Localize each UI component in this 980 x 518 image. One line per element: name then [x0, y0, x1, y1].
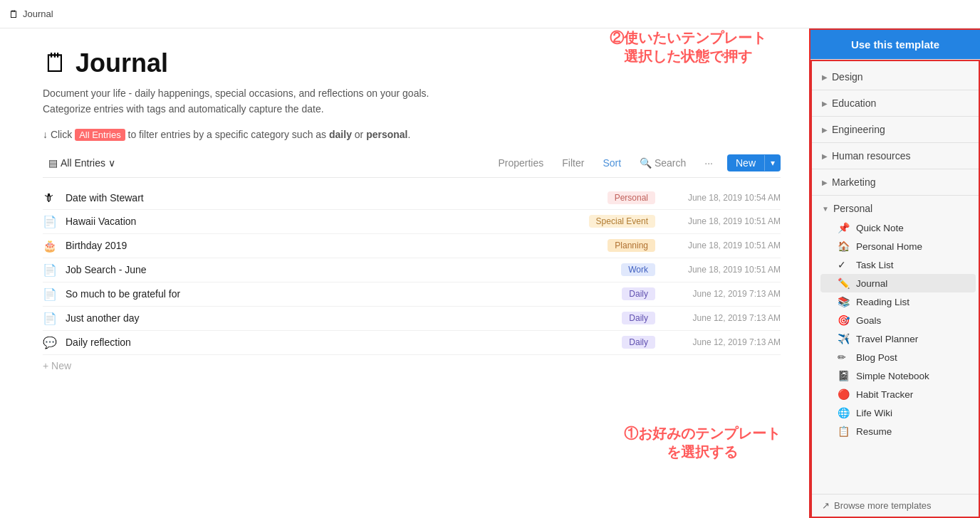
sidebar-category-education[interactable]: ▶Education: [812, 93, 979, 113]
more-button[interactable]: ···: [700, 156, 717, 170]
table-row[interactable]: 📄 Just another day Daily June 12, 2019 7…: [43, 307, 781, 331]
sidebar-personal-section: ▼ Personal 📌Quick Note🏠Personal Home✓Tas…: [812, 199, 979, 440]
new-button-group: New ▾: [727, 154, 781, 171]
item-icon: 📋: [838, 426, 850, 437]
sidebar-item-journal[interactable]: ✏️Journal: [820, 274, 976, 292]
item-icon: 🏠: [838, 240, 850, 252]
entry-icon: 📄: [43, 287, 60, 301]
entry-icon: 💬: [43, 336, 60, 349]
sidebar-divider: [812, 116, 979, 117]
chevron-down-icon: ∨: [108, 157, 115, 169]
arrow-right-icon: ▶: [822, 152, 828, 160]
sidebar-item-blog-post[interactable]: ✏Blog Post: [820, 348, 976, 366]
entry-tag[interactable]: Daily: [622, 336, 655, 349]
sidebar-divider: [812, 169, 979, 169]
sidebar-border-box: ▶Design▶Education▶Engineering▶Human reso…: [810, 60, 980, 518]
item-icon: ✓: [838, 259, 850, 270]
top-bar: 🗒 Journal: [0, 0, 980, 28]
arrow-right-icon: ▶: [822, 100, 828, 107]
table-row[interactable]: 📄 Job Search - June Work June 18, 2019 1…: [43, 258, 781, 282]
item-label: Reading List: [856, 297, 909, 307]
item-label: Life Wiki: [856, 408, 892, 418]
personal-label: Personal: [833, 203, 872, 214]
item-icon: ✏: [838, 352, 850, 363]
item-icon: ✏️: [838, 278, 850, 289]
entry-tag[interactable]: Planning: [608, 239, 655, 252]
item-label: Personal Home: [856, 241, 922, 252]
sidebar-scroll: ▶Design▶Education▶Engineering▶Human reso…: [812, 61, 979, 494]
entry-icon: 🎂: [43, 239, 60, 253]
main-layout: ②使いたいテンプレート 選択した状態で押す 🗒 Journal Document…: [0, 28, 980, 518]
right-sidebar: Use this template ▶Design▶Education▶Engi…: [809, 28, 980, 518]
use-template-button[interactable]: Use this template: [810, 28, 980, 60]
sidebar-item-task-list[interactable]: ✓Task List: [820, 255, 976, 274]
sort-button[interactable]: Sort: [598, 156, 625, 170]
item-icon: 🌐: [838, 407, 850, 418]
item-label: Quick Note: [856, 223, 904, 233]
page-instruction: ↓ Click All Entries to filter entries by…: [43, 129, 781, 140]
table-row[interactable]: 📄 So much to be grateful for Daily June …: [43, 282, 781, 307]
sidebar-item-resume[interactable]: 📋Resume: [820, 422, 976, 440]
item-label: Travel Planner: [856, 334, 918, 344]
external-link-icon: ↗: [822, 500, 830, 511]
sidebar-item-goals[interactable]: 🎯Goals: [820, 311, 976, 329]
new-entry-row[interactable]: + New: [43, 355, 781, 376]
sidebar-item-travel-planner[interactable]: ✈️Travel Planner: [820, 329, 976, 348]
entry-title: Date with Stewart: [66, 192, 608, 204]
journal-icon: 🗒: [9, 9, 19, 20]
search-button[interactable]: 🔍 Search: [635, 156, 690, 170]
entry-icon: 🗡: [43, 191, 60, 204]
item-label: Goals: [856, 315, 881, 326]
entry-icon: 📄: [43, 312, 60, 325]
all-entries-badge[interactable]: All Entries: [75, 129, 125, 141]
sidebar-divider: [812, 90, 979, 90]
filter-button[interactable]: Filter: [558, 156, 588, 170]
properties-button[interactable]: Properties: [494, 156, 548, 170]
table-row[interactable]: 🗡 Date with Stewart Personal June 18, 20…: [43, 186, 781, 210]
all-entries-button[interactable]: ▤ All Entries ∨: [43, 154, 121, 171]
entry-title: Job Search - June: [66, 264, 621, 275]
category-label: Education: [832, 97, 876, 109]
new-button[interactable]: New: [727, 154, 764, 171]
sidebar-item-reading-list[interactable]: 📚Reading List: [820, 292, 976, 311]
entries-table: 🗡 Date with Stewart Personal June 18, 20…: [43, 186, 781, 355]
item-icon: ✈️: [838, 333, 850, 344]
table-row[interactable]: 🎂 Birthday 2019 Planning June 18, 2019 1…: [43, 234, 781, 258]
browse-more-button[interactable]: ↗ Browse more templates: [812, 494, 979, 517]
item-icon: 🔴: [838, 388, 850, 400]
item-icon: 📌: [838, 222, 850, 233]
item-label: Habit Tracker: [856, 389, 913, 400]
sidebar-category-engineering[interactable]: ▶Engineering: [812, 120, 979, 139]
entry-title: Daily reflection: [66, 337, 622, 348]
item-icon: 📓: [838, 370, 850, 381]
toolbar-right: Properties Filter Sort 🔍 Search ··· New …: [494, 154, 781, 171]
entry-tag[interactable]: Special Event: [589, 215, 655, 228]
sidebar-item-simple-notebook[interactable]: 📓Simple Notebook: [820, 366, 976, 385]
sidebar-category-human-resources[interactable]: ▶Human resources: [812, 146, 979, 166]
sidebar-item-quick-note[interactable]: 📌Quick Note: [820, 218, 976, 237]
table-row[interactable]: 📄 Hawaii Vacation Special Event June 18,…: [43, 210, 781, 234]
entry-tag[interactable]: Daily: [622, 287, 655, 300]
item-label: Resume: [856, 426, 892, 437]
item-label: Journal: [856, 278, 887, 289]
sidebar-category-design[interactable]: ▶Design: [812, 67, 979, 87]
new-button-arrow[interactable]: ▾: [764, 155, 781, 171]
entry-title: Birthday 2019: [66, 240, 608, 251]
list-icon: ▤: [48, 157, 58, 169]
sidebar-personal-category[interactable]: ▼ Personal: [812, 199, 979, 218]
sidebar-category-marketing[interactable]: ▶Marketing: [812, 172, 979, 192]
page-header: 🗒 Journal: [43, 48, 781, 78]
entry-tag[interactable]: Work: [621, 263, 655, 276]
table-row[interactable]: 💬 Daily reflection Daily June 12, 2019 7…: [43, 331, 781, 355]
sidebar-item-life-wiki[interactable]: 🌐Life Wiki: [820, 403, 976, 422]
entry-tag[interactable]: Daily: [622, 312, 655, 324]
entry-title: Hawaii Vacation: [66, 216, 589, 227]
page-description: Document your life - daily happenings, s…: [43, 85, 781, 117]
entry-icon: 📄: [43, 215, 60, 228]
entry-date: June 18, 2019 10:51 AM: [667, 265, 781, 275]
entry-tag[interactable]: Personal: [608, 191, 655, 204]
sidebar-divider: [812, 142, 979, 143]
arrow-right-icon: ▶: [822, 73, 828, 81]
sidebar-item-personal-home[interactable]: 🏠Personal Home: [820, 237, 976, 255]
sidebar-item-habit-tracker[interactable]: 🔴Habit Tracker: [820, 385, 976, 403]
